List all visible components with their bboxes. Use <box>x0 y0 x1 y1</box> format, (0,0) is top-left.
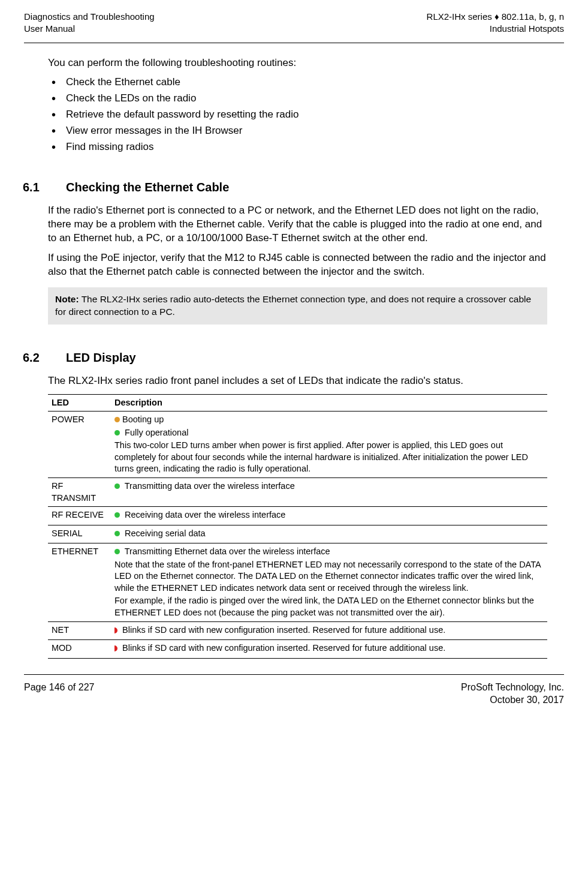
led-name-cell: RF TRANSMIT <box>48 477 111 506</box>
led-status-text: Booting up <box>122 415 164 424</box>
led-color-icon <box>114 417 120 422</box>
led-color-icon <box>114 531 120 536</box>
led-status-text: Transmitting data over the wireless inte… <box>122 481 295 491</box>
led-color-icon <box>114 512 120 518</box>
led-name-cell: MOD <box>48 640 111 659</box>
led-status-line: Transmitting data over the wireless inte… <box>114 480 544 492</box>
header-left-line1: Diagnostics and Troubleshooting <box>24 11 155 23</box>
header-left-line2: User Manual <box>24 23 155 35</box>
table-row: RF RECEIVE Receiving data over the wirel… <box>48 507 547 525</box>
note-box: Note: The RLX2-IHx series radio auto-det… <box>48 287 547 325</box>
note-label: Note: <box>55 294 79 304</box>
led-status-text: Transmitting Ethernet data over the wire… <box>122 546 330 556</box>
header-right: RLX2-IHx series ♦ 802.11a, b, g, n Indus… <box>427 11 564 35</box>
led-desc-cell: Blinks if SD card with new configuration… <box>111 621 547 640</box>
header-right-line1: RLX2-IHx series ♦ 802.11a, b, g, n <box>427 11 564 23</box>
led-table-header-row: LED Description <box>48 394 547 412</box>
bullet-item: Find missing radios <box>48 140 547 154</box>
section-6-1-para1: If the radio's Ethernet port is connecte… <box>48 204 547 245</box>
table-row: RF TRANSMIT Transmitting data over the w… <box>48 477 547 506</box>
led-table-header-desc: Description <box>111 394 547 412</box>
led-name-cell: RF RECEIVE <box>48 507 111 525</box>
led-desc-cell: Blinks if SD card with new configuration… <box>111 640 547 659</box>
led-status-line: Transmitting Ethernet data over the wire… <box>114 546 544 558</box>
led-color-icon <box>114 627 117 633</box>
section-6-1-title: Checking the Ethernet Cable <box>66 179 229 196</box>
led-status-text: Receiving data over the wireless interfa… <box>122 510 285 519</box>
led-desc-para: For example, if the radio is pinged over… <box>114 595 544 618</box>
led-name-cell: NET <box>48 621 111 640</box>
intro-text: You can perform the following troublesho… <box>48 56 547 70</box>
footer-right-line2: October 30, 2017 <box>461 693 564 707</box>
section-6-1-num: 6.1 <box>23 179 66 196</box>
footer-left: Page 146 of 227 <box>24 681 94 707</box>
led-status-line: Receiving serial data <box>114 528 544 540</box>
led-color-icon <box>114 483 120 489</box>
led-desc-cell: Receiving data over the wireless interfa… <box>111 507 547 525</box>
led-status-line: Fully operational <box>114 427 544 439</box>
led-status-line: Booting up <box>114 414 544 426</box>
bullet-item: Retrieve the default password by resetti… <box>48 108 547 122</box>
led-desc-cell: Receiving serial data <box>111 525 547 543</box>
footer-right-line1: ProSoft Technology, Inc. <box>461 681 564 694</box>
table-row: SERIAL Receiving serial data <box>48 525 547 543</box>
led-status-line: Blinks if SD card with new configuration… <box>114 642 544 654</box>
page-footer: Page 146 of 227 ProSoft Technology, Inc.… <box>24 674 564 707</box>
troubleshooting-bullets: Check the Ethernet cableCheck the LEDs o… <box>48 76 547 154</box>
led-color-icon <box>114 645 117 651</box>
section-6-1-heading: 6.1 Checking the Ethernet Cable <box>23 179 547 196</box>
page-content: You can perform the following troublesho… <box>24 56 564 659</box>
led-color-icon <box>114 549 120 554</box>
bullet-item: Check the LEDs on the radio <box>48 92 547 106</box>
header-left: Diagnostics and Troubleshooting User Man… <box>24 11 155 35</box>
section-6-2-title: LED Display <box>66 350 136 366</box>
led-name-cell: ETHERNET <box>48 543 111 621</box>
table-row: ETHERNET Transmitting Ethernet data over… <box>48 543 547 621</box>
led-name-cell: SERIAL <box>48 525 111 543</box>
led-table: LED Description POWERBooting up Fully op… <box>48 394 547 659</box>
led-name-cell: POWER <box>48 412 111 478</box>
led-desc-cell: Booting up Fully operationalThis two-col… <box>111 412 547 478</box>
bullet-item: Check the Ethernet cable <box>48 76 547 89</box>
table-row: NET Blinks if SD card with new configura… <box>48 621 547 640</box>
led-status-line: Blinks if SD card with new configuration… <box>114 624 544 636</box>
section-6-2-para1: The RLX2-IHx series radio front panel in… <box>48 374 547 388</box>
table-row: MOD Blinks if SD card with new configura… <box>48 640 547 659</box>
led-desc-cell: Transmitting data over the wireless inte… <box>111 477 547 506</box>
led-table-header-led: LED <box>48 394 111 412</box>
section-6-2-num: 6.2 <box>23 350 66 366</box>
led-status-text: Receiving serial data <box>122 528 206 538</box>
led-desc-para: This two-color LED turns amber when powe… <box>114 440 544 475</box>
led-status-line: Receiving data over the wireless interfa… <box>114 509 544 521</box>
note-text: The RLX2-IHx series radio auto-detects t… <box>55 294 531 317</box>
footer-right: ProSoft Technology, Inc. October 30, 201… <box>461 681 564 707</box>
led-desc-cell: Transmitting Ethernet data over the wire… <box>111 543 547 621</box>
led-status-text: Blinks if SD card with new configuration… <box>120 643 445 653</box>
table-row: POWERBooting up Fully operationalThis tw… <box>48 412 547 478</box>
bullet-item: View error messages in the IH Browser <box>48 124 547 138</box>
led-desc-para: Note that the state of the front-panel E… <box>114 559 544 594</box>
section-6-1-para2: If using the PoE injector, verify that t… <box>48 251 547 279</box>
led-status-text: Fully operational <box>122 428 188 437</box>
page-header: Diagnostics and Troubleshooting User Man… <box>24 11 564 43</box>
header-right-line2: Industrial Hotspots <box>427 23 564 35</box>
led-status-text: Blinks if SD card with new configuration… <box>120 625 445 635</box>
section-6-2-heading: 6.2 LED Display <box>23 350 547 366</box>
led-color-icon <box>114 430 120 436</box>
